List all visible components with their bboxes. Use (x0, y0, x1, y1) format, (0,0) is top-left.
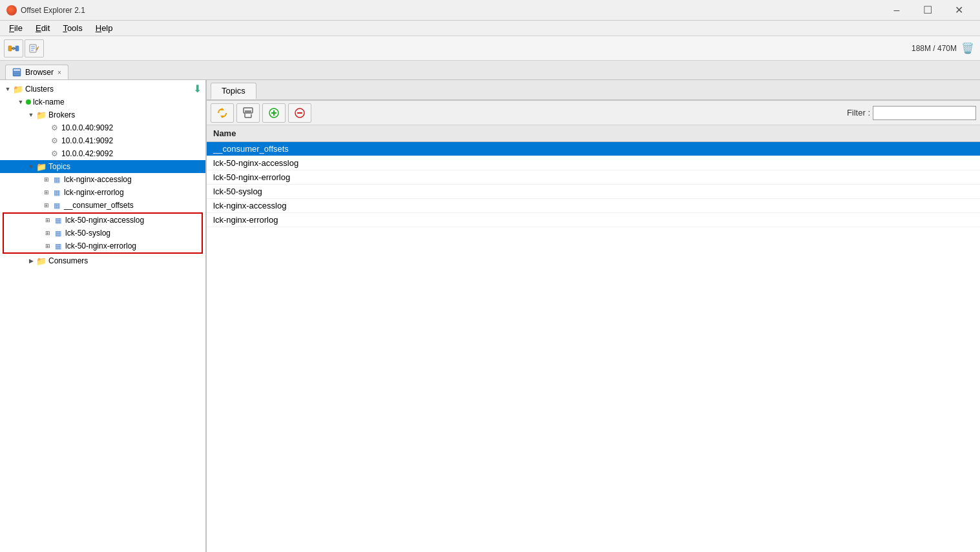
brokers-expander[interactable]: ▼ (26, 110, 36, 120)
broker0-label: 10.0.0.40:9092 (61, 123, 113, 132)
svg-rect-2 (16, 46, 19, 51)
topic1-icon: ▦ (52, 187, 62, 198)
tree-cluster-lck[interactable]: ▼ lck-name (0, 96, 205, 108)
browser-tab-label: Browser (25, 68, 54, 77)
row-name-1: lck-50-nginx-accesslog (213, 158, 298, 168)
row-name-4: lck-nginx-accesslog (213, 201, 286, 210)
consumers-expander[interactable]: ▶ (26, 256, 36, 266)
topic1-label: lck-nginx-errorlog (64, 188, 124, 197)
menu-bar: File Edit Tools Help (0, 21, 980, 36)
rtopic2-expander[interactable]: ⊞ (43, 241, 53, 251)
name-column-header: Name (213, 128, 236, 138)
add-topic-button[interactable] (262, 103, 286, 123)
svg-rect-9 (14, 69, 20, 71)
row-name-5: lck-nginx-errorlog (213, 215, 278, 225)
rtopic0-label: lck-50-nginx-accesslog (65, 216, 144, 225)
tree-topic-lck-nginx-errorlog[interactable]: ⊞ ▦ lck-nginx-errorlog (0, 186, 205, 199)
cluster-lck-label: lck-name (33, 97, 65, 107)
browser-tab[interactable]: Browser × (5, 65, 68, 79)
consumers-folder-icon: 📁 (36, 256, 47, 266)
restore-button[interactable]: ☐ (913, 1, 943, 20)
table-row[interactable]: lck-50-nginx-errorlog (207, 170, 980, 185)
main-content: ⬇ ▼ 📁 Clusters ▼ lck-name ▼ 📁 Brokers ⚙ … (0, 80, 980, 552)
tree-topic-lck50-nginx-errorlog[interactable]: ⊞ ▦ lck-50-nginx-errorlog (4, 240, 202, 252)
topics-label: Topics (48, 162, 70, 171)
table-row[interactable]: lck-nginx-errorlog (207, 213, 980, 227)
edit-button[interactable] (25, 39, 44, 57)
tree-broker-0[interactable]: ⚙ 10.0.0.40:9092 (0, 121, 205, 134)
svg-point-3 (12, 47, 15, 50)
table-row[interactable]: lck-50-syslog (207, 185, 980, 199)
rtopic1-expander[interactable]: ⊞ (43, 228, 53, 238)
broker1-expander[interactable] (41, 136, 49, 146)
topics-table: Name __consumer_offsets lck-50-nginx-acc… (207, 125, 980, 552)
clusters-expander[interactable]: ▼ (3, 84, 13, 94)
topics-expander[interactable]: ▼ (26, 161, 36, 172)
topic2-expander[interactable]: ⊞ (41, 200, 52, 210)
svg-rect-15 (245, 113, 251, 118)
tree-topic-lck-nginx-accesslog[interactable]: ⊞ ▦ lck-nginx-accesslog (0, 173, 205, 186)
topics-tab[interactable]: Topics (211, 83, 256, 99)
tree-topics[interactable]: ▼ 📁 Topics (0, 160, 205, 173)
refresh-topics-button[interactable] (211, 103, 234, 123)
topics-folder-icon: 📁 (36, 161, 47, 172)
minimize-button[interactable]: – (882, 1, 912, 20)
tree-topic-lck50-syslog[interactable]: ⊞ ▦ lck-50-syslog (4, 227, 202, 240)
tree-brokers[interactable]: ▼ 📁 Brokers (0, 108, 205, 121)
topic0-expander[interactable]: ⊞ (41, 174, 52, 185)
broker0-icon: ⚙ (49, 123, 59, 133)
delete-topic-button[interactable] (288, 103, 311, 123)
svg-rect-17 (251, 114, 252, 114)
menu-help[interactable]: Help (89, 22, 120, 34)
browser-tab-close[interactable]: × (57, 69, 61, 76)
topic2-icon: ▦ (52, 200, 62, 210)
connect-button[interactable] (4, 39, 23, 57)
gc-button[interactable]: 🗑️ (959, 40, 976, 57)
cluster-status-dot (26, 99, 31, 105)
tree-clusters[interactable]: ▼ 📁 Clusters (0, 83, 205, 96)
menu-edit[interactable]: Edit (29, 22, 56, 34)
window-controls: – ☐ ✕ (882, 1, 974, 20)
menu-file[interactable]: File (3, 22, 29, 34)
clusters-label: Clusters (25, 85, 54, 94)
brokers-label: Brokers (48, 110, 75, 119)
broker0-expander[interactable] (41, 123, 49, 133)
menu-tools[interactable]: Tools (56, 22, 89, 34)
table-header: Name (207, 125, 980, 142)
table-row[interactable]: __consumer_offsets (207, 142, 980, 156)
clusters-folder-icon: 📁 (13, 84, 23, 94)
cluster-lck-expander[interactable]: ▼ (16, 97, 26, 107)
svg-rect-16 (245, 110, 251, 114)
topics-toolbar: Filter : (207, 101, 980, 125)
filter-input[interactable] (873, 106, 976, 120)
topic0-icon: ▦ (52, 174, 62, 185)
row-name-0: __consumer_offsets (213, 144, 289, 154)
topic1-expander[interactable]: ⊞ (41, 187, 52, 198)
rtopic2-label: lck-50-nginx-errorlog (65, 241, 136, 250)
tree-topic-consumer-offsets[interactable]: ⊞ ▦ __consumer_offsets (0, 199, 205, 212)
tree-consumers[interactable]: ▶ 📁 Consumers (0, 254, 205, 267)
topic2-label: __consumer_offsets (64, 201, 134, 210)
print-topics-button[interactable] (236, 103, 260, 123)
broker1-icon: ⚙ (49, 136, 59, 146)
app-icon (6, 5, 17, 15)
tree-topic-lck50-nginx-accesslog[interactable]: ⊞ ▦ lck-50-nginx-accesslog (4, 214, 202, 227)
rtopic2-icon: ▦ (53, 241, 63, 251)
broker2-label: 10.0.0.42:9092 (61, 149, 113, 158)
close-button[interactable]: ✕ (944, 1, 974, 20)
table-row[interactable]: lck-nginx-accesslog (207, 199, 980, 213)
left-panel: ⬇ ▼ 📁 Clusters ▼ lck-name ▼ 📁 Brokers ⚙ … (0, 80, 207, 552)
broker2-expander[interactable] (41, 148, 49, 159)
rtopic0-expander[interactable]: ⊞ (43, 215, 53, 225)
memory-text: 188M / 470M (912, 44, 957, 53)
filter-label: Filter : (847, 108, 870, 118)
collapse-arrow[interactable]: ⬇ (193, 83, 202, 95)
topics-tab-header: Topics (207, 80, 980, 101)
row-name-2: lck-50-nginx-errorlog (213, 172, 290, 182)
table-row[interactable]: lck-50-nginx-accesslog (207, 156, 980, 170)
tree-broker-2[interactable]: ⚙ 10.0.0.42:9092 (0, 147, 205, 160)
tree-broker-1[interactable]: ⚙ 10.0.0.41:9092 (0, 134, 205, 147)
tab-bar: Browser × (0, 61, 980, 80)
app-title: Offset Explorer 2.1 (21, 6, 882, 15)
row-name-3: lck-50-syslog (213, 187, 262, 196)
